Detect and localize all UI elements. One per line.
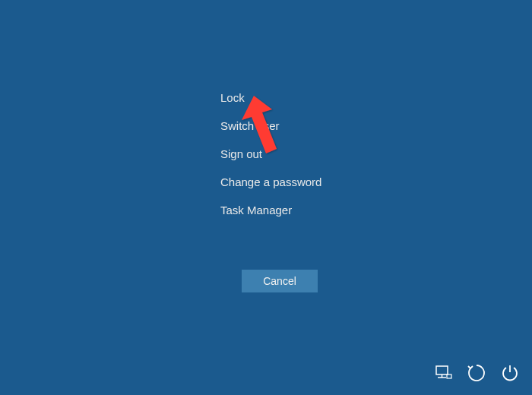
menu-item-task-manager[interactable]: Task Manager — [220, 196, 321, 224]
power-icon[interactable] — [500, 363, 520, 383]
svg-rect-0 — [436, 366, 448, 374]
cancel-button[interactable]: Cancel — [242, 270, 318, 292]
menu-item-sign-out[interactable]: Sign out — [220, 140, 321, 168]
menu-item-switch-user[interactable]: Switch user — [220, 112, 321, 140]
system-tray — [433, 363, 520, 383]
security-options-menu: Lock Switch user Sign out Change a passw… — [220, 84, 321, 224]
menu-item-lock[interactable]: Lock — [220, 84, 321, 112]
menu-item-change-password[interactable]: Change a password — [220, 168, 321, 196]
network-icon[interactable] — [433, 363, 453, 383]
ease-of-access-icon[interactable] — [467, 363, 486, 383]
